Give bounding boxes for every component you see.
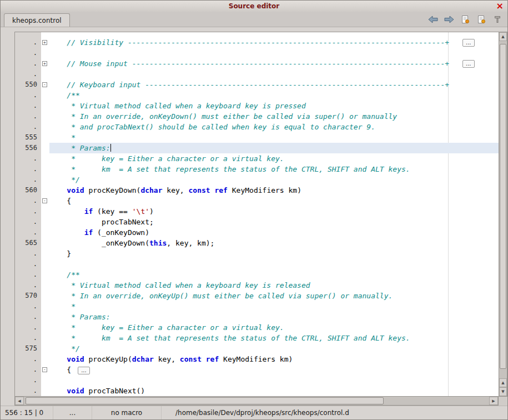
code-line[interactable]: . if (key == '\t')	[15, 206, 499, 217]
code-text[interactable]: * key = Either a character or a virtual …	[49, 153, 499, 164]
code-text[interactable]: // Mouse input -------------------------…	[49, 58, 499, 69]
fold-toggle-icon[interactable]: +	[42, 61, 47, 66]
code-text[interactable]: * In an override, onKeyDown() must eithe…	[49, 111, 499, 122]
collapsed-fold-box[interactable]: ...	[462, 60, 475, 68]
code-line[interactable]: . *	[15, 301, 499, 312]
code-line[interactable]: . void procTabNext()	[15, 386, 499, 396]
code-line[interactable]: .+ // Visibility -----------------------…	[15, 37, 499, 48]
code-line[interactable]: 555 *	[15, 132, 499, 143]
scroll-up-icon[interactable]: ▲	[499, 378, 507, 387]
code-text[interactable]: * km = A set that represents the status …	[49, 333, 499, 343]
code-line[interactable]: . if (_onKeyDown)	[15, 227, 499, 238]
collapsed-fold-box[interactable]: ...	[78, 367, 90, 374]
code-line[interactable]: .	[15, 375, 499, 386]
code-text[interactable]: {...	[49, 364, 499, 375]
code-text[interactable]: * Params:	[49, 143, 499, 153]
fold-toggle-icon[interactable]: -	[42, 82, 47, 87]
code-line[interactable]: . * Virtual method called when a keyboar…	[15, 280, 499, 291]
code-text[interactable]: void procKeyUp(dchar key, const ref KeyM…	[49, 354, 499, 364]
code-text[interactable]: procTabNext;	[49, 217, 499, 227]
code-text[interactable]	[49, 32, 499, 37]
code-text[interactable]	[49, 69, 499, 79]
code-line[interactable]: 560 void procKeyDown(dchar key, const re…	[15, 185, 499, 196]
code-text[interactable]: */	[49, 343, 499, 354]
detach-icon[interactable]	[492, 14, 503, 25]
code-line[interactable]: . * km = A set that represents the statu…	[15, 164, 499, 174]
code-line[interactable]: . * km = A set that represents the statu…	[15, 333, 499, 343]
code-text[interactable]: }	[49, 248, 499, 259]
hscroll-track[interactable]	[24, 397, 489, 405]
code-line[interactable]: . * In an override, onKeyDown() must eit…	[15, 111, 499, 122]
scroll-down-icon[interactable]: ▼	[499, 387, 507, 396]
code-line[interactable]: .	[15, 48, 499, 58]
code-line[interactable]: .+ // Mouse input ----------------------…	[15, 58, 499, 69]
code-text[interactable]: _onKeyDown(this, key, km);	[49, 238, 499, 248]
code-text[interactable]: * key = Either a character or a virtual …	[49, 322, 499, 333]
code-text[interactable]: void procTabNext()	[49, 386, 499, 396]
code-text[interactable]	[49, 375, 499, 386]
code-line[interactable]: . */	[15, 174, 499, 185]
code-line[interactable]: . /**	[15, 269, 499, 280]
code-text[interactable]: // Keyboard input ----------------------…	[49, 79, 499, 90]
code-text[interactable]: * In an override, onKeyUp() must either …	[49, 291, 499, 301]
code-text[interactable]: // Visibility --------------------------…	[49, 37, 499, 48]
code-text[interactable]: * Virtual method called when a keyboard …	[49, 280, 499, 291]
code-line[interactable]: .	[15, 32, 499, 37]
code-line[interactable]: . * and procTabNext() should be called w…	[15, 122, 499, 132]
fold-toggle-icon[interactable]: -	[42, 367, 47, 372]
fold-toggle-icon[interactable]: +	[42, 40, 47, 45]
titlebar[interactable]: Source editor ×	[1, 1, 507, 12]
go-forward-icon[interactable]	[444, 14, 455, 25]
code-line[interactable]: . void procKeyUp(dchar key, const ref Ke…	[15, 354, 499, 364]
scroll-up-icon[interactable]: ▲	[499, 32, 507, 41]
code-line[interactable]: 565 _onKeyDown(this, key, km);	[15, 238, 499, 248]
code-text[interactable]: if (_onKeyDown)	[49, 227, 499, 238]
code-text[interactable]	[49, 48, 499, 58]
code-line[interactable]: . * Virtual method called when a keyboar…	[15, 101, 499, 111]
code-line[interactable]: . procTabNext;	[15, 217, 499, 227]
code-text[interactable]: * Virtual method called when a keyboard …	[49, 101, 499, 111]
code-text[interactable]: * km = A set that represents the status …	[49, 164, 499, 174]
document-save-icon[interactable]	[460, 14, 471, 25]
code-line[interactable]: 556 * Params:	[15, 143, 499, 153]
code-line[interactable]: .- {...	[15, 364, 499, 375]
code-line[interactable]: . * key = Either a character or a virtua…	[15, 322, 499, 333]
code-line[interactable]: . }	[15, 248, 499, 259]
code-text[interactable]: *	[49, 132, 499, 143]
code-line[interactable]: 575 */	[15, 343, 499, 354]
code-text[interactable]: /**	[49, 90, 499, 101]
code-line[interactable]: .	[15, 69, 499, 79]
vscroll-thumb[interactable]	[500, 44, 506, 369]
code-line[interactable]: . * key = Either a character or a virtua…	[15, 153, 499, 164]
code-line[interactable]: .- {	[15, 196, 499, 206]
code-line[interactable]: . /**	[15, 90, 499, 101]
tab-kheops-control[interactable]: kheops.control	[4, 13, 70, 27]
line-number: 555	[15, 132, 41, 143]
code-text[interactable]: *	[49, 301, 499, 312]
code-text[interactable]: if (key == '\t')	[49, 206, 499, 217]
scroll-right-icon[interactable]: ▶	[489, 397, 498, 405]
vscroll-track[interactable]	[499, 41, 507, 378]
close-icon[interactable]: ×	[496, 1, 504, 12]
code-text[interactable]	[49, 259, 499, 269]
code-text[interactable]: * Params:	[49, 312, 499, 322]
vertical-scrollbar[interactable]: ▲ ▲ ▼	[499, 32, 507, 397]
code-line[interactable]: .	[15, 259, 499, 269]
code-editor[interactable]: ..+ // Visibility ----------------------…	[14, 32, 499, 397]
code-text[interactable]: void procKeyDown(dchar key, const ref Ke…	[49, 185, 499, 196]
document-save-as-icon[interactable]	[476, 14, 487, 25]
code-line[interactable]: 570 * In an override, onKeyUp() must eit…	[15, 291, 499, 301]
code-text[interactable]: /**	[49, 269, 499, 280]
scroll-left-icon[interactable]: ◀	[15, 397, 24, 405]
code-area[interactable]: ..+ // Visibility ----------------------…	[15, 32, 499, 396]
code-line[interactable]: 550- // Keyboard input -----------------…	[15, 79, 499, 90]
code-text[interactable]: {	[49, 196, 499, 206]
hscroll-thumb[interactable]	[26, 397, 384, 404]
go-back-icon[interactable]	[427, 14, 439, 25]
code-text[interactable]: * and procTabNext() should be called whe…	[49, 122, 499, 132]
collapsed-fold-box[interactable]: ...	[462, 39, 475, 47]
fold-toggle-icon[interactable]: -	[42, 198, 47, 203]
code-text[interactable]: */	[49, 174, 499, 185]
horizontal-scrollbar[interactable]: ◀ ▶	[14, 397, 499, 406]
code-line[interactable]: . * Params:	[15, 312, 499, 322]
